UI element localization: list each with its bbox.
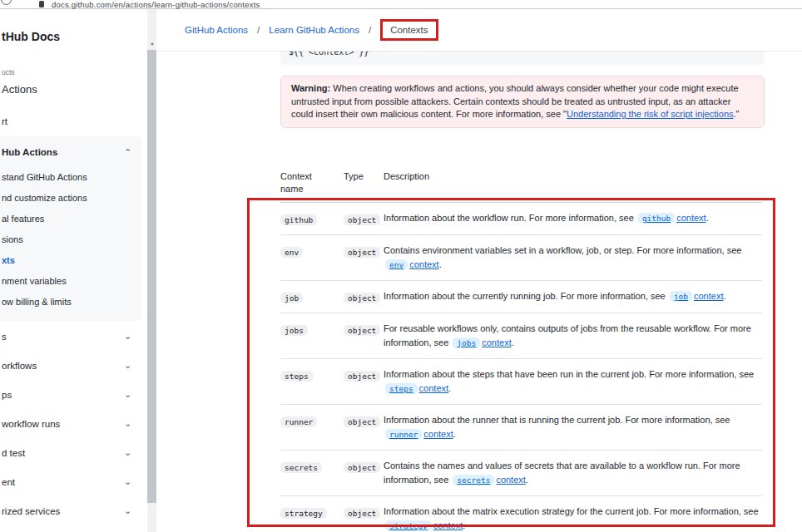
context-link[interactable]: context xyxy=(433,520,463,530)
type-chip: object xyxy=(344,247,380,258)
context-chip-link[interactable]: env xyxy=(385,259,408,270)
context-name-chip: runner xyxy=(280,416,317,427)
sidebar-section-build-test[interactable]: d test xyxy=(2,448,25,458)
contexts-table: Context name Type Description github obj… xyxy=(280,170,762,532)
sidebar-scrollbar-thumb[interactable] xyxy=(147,50,156,503)
context-chip-link[interactable]: steps xyxy=(385,383,418,394)
context-chip-link[interactable]: strategy xyxy=(385,520,432,531)
row-description: Contains the names and values of secrets… xyxy=(384,461,740,485)
sidebar-group-label[interactable]: Hub Actions xyxy=(2,147,57,157)
url-text[interactable]: docs.github.com/en/actions/learn-github-… xyxy=(52,0,260,9)
lock-icon xyxy=(39,1,44,7)
breadcrumb-link-github-actions[interactable]: GitHub Actions xyxy=(185,25,248,35)
warning-callout: Warning: When creating workflows and act… xyxy=(280,76,765,128)
chevron-down-icon[interactable]: ⌄ xyxy=(124,361,131,369)
sidebar-item-environment-variables[interactable]: nment variables xyxy=(2,276,67,286)
column-header-context-name: Context name xyxy=(280,170,344,195)
context-link[interactable]: context xyxy=(409,259,438,269)
context-link[interactable]: context xyxy=(419,383,448,393)
context-chip-link[interactable]: runner xyxy=(385,429,422,440)
table-row: secrets object Contains the names and va… xyxy=(280,451,762,496)
row-period: . xyxy=(439,259,442,269)
context-chip-link[interactable]: secrets xyxy=(453,475,494,485)
sidebar-section-examples[interactable]: s xyxy=(2,332,7,342)
context-name-chip: steps xyxy=(280,371,313,382)
context-name-chip: secrets xyxy=(280,462,322,473)
main-content: ${{ <context> }} Warning: When creating … xyxy=(157,52,802,532)
sidebar-item-contexts-active[interactable]: xts xyxy=(2,255,15,265)
sidebar-item-customize[interactable]: nd customize actions xyxy=(2,193,87,203)
sidebar-item-quickstart[interactable]: rt xyxy=(2,116,7,126)
type-chip: object xyxy=(344,508,380,519)
type-chip: object xyxy=(344,293,380,303)
type-chip: object xyxy=(344,416,380,427)
breadcrumb: GitHub Actions / Learn GitHub Actions / … xyxy=(185,19,438,41)
chevron-down-icon[interactable]: ⌄ xyxy=(124,390,131,398)
chevron-down-icon[interactable]: ⌄ xyxy=(124,506,131,515)
context-name-chip: strategy xyxy=(280,508,327,519)
code-snippet-block: ${{ <context> }} xyxy=(280,52,765,65)
table-row: job object Information about the current… xyxy=(280,281,762,313)
context-link[interactable]: context xyxy=(482,337,511,347)
page-header: GitHub Actions / Learn GitHub Actions / … xyxy=(157,9,802,52)
context-name-chip: github xyxy=(280,214,317,225)
context-name-chip: jobs xyxy=(280,325,308,336)
context-link[interactable]: context xyxy=(423,429,453,439)
breadcrumb-separator: / xyxy=(369,25,371,35)
sidebar-product-title[interactable]: Actions xyxy=(2,83,37,96)
chevron-down-icon[interactable]: ⌄ xyxy=(124,332,131,340)
context-name-chip: job xyxy=(280,293,303,303)
row-description: Information about the matrix execution s… xyxy=(384,506,759,516)
sidebar-item-expressions[interactable]: sions xyxy=(2,234,23,244)
sidebar-section-jobs[interactable]: ps xyxy=(2,390,12,400)
type-chip: object xyxy=(344,325,380,336)
sidebar-group-github-actions xyxy=(0,136,141,321)
warning-text-end: ." xyxy=(734,109,740,119)
row-period: . xyxy=(706,213,709,223)
context-chip-link[interactable]: jobs xyxy=(453,337,480,348)
row-description: Information about the runner that is run… xyxy=(384,415,730,425)
chevron-up-icon[interactable]: ⌃ xyxy=(124,148,131,156)
context-link[interactable]: context xyxy=(496,475,525,485)
sidebar-section-workflow-runs[interactable]: workflow runs xyxy=(2,419,60,429)
sidebar-section-deployment[interactable]: ent xyxy=(2,477,15,487)
table-row: strategy object Information about the ma… xyxy=(280,496,762,532)
breadcrumb-link-learn-github-actions[interactable]: Learn GitHub Actions xyxy=(269,25,359,35)
row-period: . xyxy=(723,291,725,301)
sidebar-section-containerized-services[interactable]: rized services xyxy=(2,506,60,516)
column-header-description: Description xyxy=(384,170,762,183)
site-logo[interactable]: tHub Docs xyxy=(2,30,60,43)
context-link[interactable]: context xyxy=(694,291,723,301)
type-chip: object xyxy=(344,462,380,473)
row-period: . xyxy=(512,337,514,347)
warning-label: Warning: xyxy=(291,83,330,93)
table-row: env object Contains environment variable… xyxy=(280,235,762,281)
warning-link-script-injections[interactable]: Understanding the risk of script injecti… xyxy=(567,109,734,119)
column-header-type: Type xyxy=(344,170,384,183)
table-row: steps object Information about the steps… xyxy=(280,359,762,405)
code-snippet-text: ${{ <context> }} xyxy=(289,52,765,57)
reload-icon[interactable] xyxy=(1,0,12,5)
row-description: Information about the steps that have be… xyxy=(384,369,754,379)
sidebar-item-billing-limits[interactable]: ow billing & limits xyxy=(2,297,72,307)
table-row: runner object Information about the runn… xyxy=(280,405,762,451)
row-period: . xyxy=(453,429,456,439)
sidebar-section-workflows[interactable]: orkflows xyxy=(2,361,37,371)
table-row: jobs object For reusable workflows only,… xyxy=(280,313,762,359)
sidebar-item-features[interactable]: al features xyxy=(2,214,44,224)
context-link[interactable]: context xyxy=(676,213,705,223)
chevron-down-icon[interactable]: ⌄ xyxy=(124,419,131,427)
sidebar-eyebrow: ucts xyxy=(2,68,15,76)
context-chip-link[interactable]: job xyxy=(670,291,692,302)
chevron-down-icon[interactable]: ⌄ xyxy=(124,448,131,456)
row-period: . xyxy=(526,475,528,485)
context-name-chip: env xyxy=(280,247,303,258)
chevron-down-icon[interactable]: ⌄ xyxy=(124,477,131,485)
row-period: . xyxy=(463,520,465,530)
table-header-row: Context name Type Description xyxy=(280,170,762,203)
sidebar-item-understand[interactable]: stand GitHub Actions xyxy=(2,172,87,182)
browser-address-bar[interactable]: docs.github.com/en/actions/learn-github-… xyxy=(0,0,802,9)
context-chip-link[interactable]: github xyxy=(638,213,675,224)
row-description: Information about the workflow run. For … xyxy=(384,213,634,223)
scroll-up-arrow-icon[interactable]: ▲ xyxy=(150,41,155,46)
